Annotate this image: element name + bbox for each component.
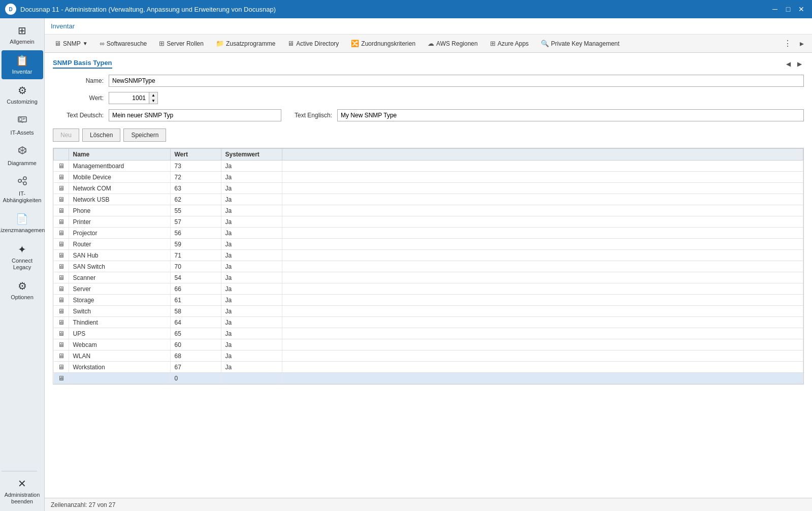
sidebar-bottom: ✕ Administration beenden bbox=[2, 469, 43, 509]
tab-zusatzprogramme[interactable]: 📁 Zusatzprogramme bbox=[210, 37, 281, 51]
row-systemwert: Ja bbox=[221, 328, 282, 339]
tab-server-rollen[interactable]: ⊞ Server Rollen bbox=[153, 37, 209, 51]
status-bar: Zeilenanzahl: 27 von 27 bbox=[45, 498, 812, 511]
row-extra bbox=[282, 194, 803, 205]
table-row[interactable]: 🖥 SAN Switch 70 Ja bbox=[54, 261, 803, 272]
row-icon-cell: 🖥 bbox=[54, 328, 69, 339]
nav-next-button[interactable]: ▶ bbox=[795, 59, 804, 69]
sidebar-item-inventar[interactable]: 📋 Inventar bbox=[2, 50, 43, 79]
row-wert: 62 bbox=[170, 194, 221, 205]
row-name: SAN Switch bbox=[69, 261, 170, 272]
title-bar: D Docusnap 11 - Administration (Verwaltu… bbox=[0, 0, 812, 18]
device-icon: 🖥 bbox=[58, 263, 64, 270]
sidebar-item-diagramme[interactable]: Diagramme bbox=[2, 141, 43, 171]
tab-private-key-label: Private Key Management bbox=[551, 40, 620, 47]
col-name-header[interactable]: Name bbox=[69, 149, 170, 161]
table-row[interactable]: 🖥 Storage 61 Ja bbox=[54, 295, 803, 306]
tab-active-directory[interactable]: 🖥 Active Directory bbox=[282, 37, 344, 51]
sidebar-divider bbox=[2, 471, 37, 471]
device-icon: 🖥 bbox=[58, 173, 64, 181]
device-icon: 🖥 bbox=[58, 218, 64, 226]
tab-scroll-button[interactable]: ▸ bbox=[796, 38, 808, 50]
zuordnungskriterien-tab-icon: 🔀 bbox=[351, 40, 359, 47]
table-row[interactable]: 🖥 Server 66 Ja bbox=[54, 283, 803, 295]
col-systemwert-header[interactable]: Systemwert bbox=[221, 149, 282, 161]
active-directory-tab-icon: 🖥 bbox=[287, 40, 294, 47]
tab-private-key-management[interactable]: 🔍 Private Key Management bbox=[535, 37, 625, 51]
minimize-button[interactable]: ─ bbox=[769, 4, 781, 15]
table-row[interactable]: 🖥 Network COM 63 Ja bbox=[54, 183, 803, 194]
table-row[interactable]: 🖥 Webcam 60 Ja bbox=[54, 339, 803, 350]
table-row[interactable]: 🖥 WLAN 68 Ja bbox=[54, 350, 803, 362]
table-row[interactable]: 🖥 Printer 57 Ja bbox=[54, 216, 803, 228]
close-button[interactable]: ✕ bbox=[796, 4, 807, 15]
tab-more-button[interactable]: ⋮ bbox=[782, 38, 794, 50]
table-row[interactable]: 🖥 Scanner 54 Ja bbox=[54, 272, 803, 283]
title-bar-text: Docusnap 11 - Administration (Verwaltung… bbox=[20, 6, 765, 13]
sidebar-item-allgemein[interactable]: ⊞ Allgemein bbox=[2, 20, 43, 49]
row-name: Router bbox=[69, 239, 170, 250]
table-row[interactable]: 🖥 UPS 65 Ja bbox=[54, 328, 803, 339]
row-name: SAN Hub bbox=[69, 250, 170, 261]
sidebar-item-it-assets[interactable]: IT-Assets bbox=[2, 111, 43, 140]
row-systemwert: Ja bbox=[221, 283, 282, 295]
row-extra bbox=[282, 295, 803, 306]
table-row[interactable]: 🖥 Router 59 Ja bbox=[54, 239, 803, 250]
row-icon-cell: 🖥 bbox=[54, 228, 69, 239]
table-row[interactable]: 🖥 Mobile Device 72 Ja bbox=[54, 172, 803, 183]
row-wert: 73 bbox=[170, 161, 221, 172]
name-input[interactable] bbox=[109, 75, 804, 87]
wert-spinner: ▲ ▼ bbox=[109, 92, 158, 104]
sidebar-item-lizenzmanagement[interactable]: 📄 Lizenzmanagement bbox=[2, 209, 43, 238]
tab-azure-apps[interactable]: ⊞ Azure Apps bbox=[484, 37, 534, 51]
loeschen-button[interactable]: Löschen bbox=[82, 129, 120, 142]
table-row-new-entry[interactable]: 🖥 0 bbox=[54, 373, 803, 384]
table-row[interactable]: 🖥 Managementboard 73 Ja bbox=[54, 161, 803, 172]
spinner-down[interactable]: ▼ bbox=[149, 98, 157, 104]
table-row[interactable]: 🖥 Phone 55 Ja bbox=[54, 205, 803, 216]
sidebar-label-diagramme: Diagramme bbox=[8, 160, 37, 167]
text-deutsch-input[interactable] bbox=[109, 109, 281, 121]
row-icon-cell: 🖥 bbox=[54, 161, 69, 172]
nav-prev-button[interactable]: ◀ bbox=[784, 59, 793, 69]
table-row[interactable]: 🖥 Switch 58 Ja bbox=[54, 306, 803, 317]
maximize-button[interactable]: □ bbox=[783, 4, 794, 15]
content-area: Inventar 🖥 SNMP ▼ ∞ Softwaresuche ⊞ Serv… bbox=[45, 18, 812, 511]
spinner-up[interactable]: ▲ bbox=[149, 92, 157, 98]
speichern-button[interactable]: Speichern bbox=[123, 129, 166, 142]
row-systemwert: Ja bbox=[221, 216, 282, 228]
table-row[interactable]: 🖥 Network USB 62 Ja bbox=[54, 194, 803, 205]
tab-extra: ⋮ ▸ bbox=[782, 38, 808, 50]
table-row[interactable]: 🖥 Workstation 67 Ja bbox=[54, 362, 803, 373]
device-icon: 🖥 bbox=[58, 363, 64, 371]
tab-aws-regionen[interactable]: ☁ AWS Regionen bbox=[422, 37, 483, 51]
form-row-text: Text Deutsch: Text Englisch: bbox=[53, 109, 804, 121]
tab-softwaresuche[interactable]: ∞ Softwaresuche bbox=[94, 37, 153, 51]
row-icon-cell: 🖥 bbox=[54, 205, 69, 216]
row-icon-cell: 🖥 bbox=[54, 295, 69, 306]
neu-button[interactable]: Neu bbox=[53, 129, 79, 142]
row-systemwert: Ja bbox=[221, 339, 282, 350]
snmp-tab-icon: 🖥 bbox=[54, 40, 61, 47]
sidebar-item-customizing[interactable]: ⚙ Customizing bbox=[2, 80, 43, 109]
new-row-name bbox=[69, 373, 170, 384]
customizing-icon: ⚙ bbox=[18, 84, 27, 97]
sidebar-item-optionen[interactable]: ⚙ Optionen bbox=[2, 276, 43, 305]
table-row[interactable]: 🖥 SAN Hub 71 Ja bbox=[54, 250, 803, 261]
text-englisch-input[interactable] bbox=[337, 109, 804, 121]
spinner-controls: ▲ ▼ bbox=[149, 92, 158, 104]
row-wert: 58 bbox=[170, 306, 221, 317]
row-wert: 70 bbox=[170, 261, 221, 272]
wert-input[interactable] bbox=[109, 92, 149, 104]
col-wert-header[interactable]: Wert bbox=[170, 149, 221, 161]
sidebar-item-admin-beenden[interactable]: ✕ Administration beenden bbox=[2, 473, 43, 509]
sidebar-item-it-abhaengigkeiten[interactable]: IT-Abhängigkeiten bbox=[2, 172, 43, 208]
tab-snmp[interactable]: 🖥 SNMP ▼ bbox=[49, 37, 93, 51]
snmp-dropdown-arrow[interactable]: ▼ bbox=[83, 41, 88, 46]
tab-zuordnungskriterien[interactable]: 🔀 Zuordnungskriterien bbox=[345, 37, 421, 51]
device-icon: 🖥 bbox=[58, 251, 64, 259]
device-icon: 🖥 bbox=[58, 318, 64, 326]
table-row[interactable]: 🖥 Projector 56 Ja bbox=[54, 228, 803, 239]
sidebar-item-connect-legacy[interactable]: ✦ Connect Legacy bbox=[2, 239, 43, 275]
table-row[interactable]: 🖥 Thindient 64 Ja bbox=[54, 317, 803, 328]
